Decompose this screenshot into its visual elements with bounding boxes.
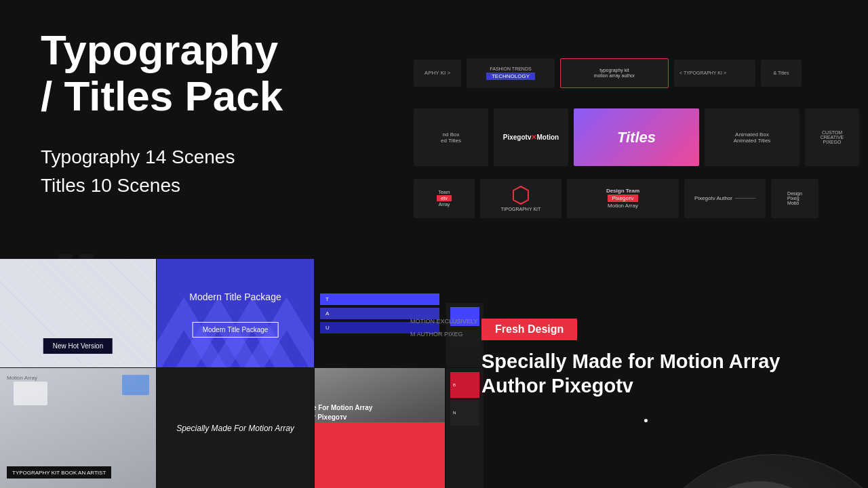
chevron-pattern-icon <box>157 259 314 367</box>
strip-cell-2-5: CUSTOMCREATIVEPIXEGO <box>805 108 859 166</box>
grid-cell-desktop-scene: TYPOGRAPHY KIT BOOK AN ARTIST Motion Arr… <box>0 368 156 488</box>
specially-made-label: Specially Made For Motion Array <box>176 422 294 434</box>
grid-cell-new-hot: New Hot Version <box>0 259 156 367</box>
typography-kit-label: TYPOGRAPHY KIT BOOK AN ARTIST <box>7 466 111 479</box>
headphone-icon <box>631 454 868 488</box>
svg-marker-0 <box>513 186 528 204</box>
strip-cell-1-2: FASHION TRENDS TECHNOLOGY <box>467 58 555 88</box>
preview-row-3: Team etv Array TIPOGRAPHY KIT Design Tea… <box>407 163 868 234</box>
modern-title-label: Modern Title Package <box>189 291 281 302</box>
strip-cell-1-4: < TYPOGRAPHY KI > <box>674 60 755 87</box>
page-title: Typography / Titles Pack <box>41 27 393 119</box>
strip-cell-3-5: DesignPixegMotio <box>771 179 818 218</box>
strip-cell-1-3: typography kit motion array author <box>560 58 669 88</box>
tagline: Specially Made for Motion Array Author P… <box>481 349 814 399</box>
strip-cell-3-1: Team etv Array <box>414 179 475 218</box>
strip-cell-2-4: Animated BoxAnimated Titles <box>705 108 800 166</box>
grid-cell-specially-made-red: Specially Made For Motion Array Author P… <box>315 368 445 488</box>
new-hot-version-label: New Hot Version <box>43 338 113 354</box>
strip-cell-2-2: Pixegotv✕Motion <box>494 108 568 166</box>
subtitle-line2: Titles 10 Scenes <box>41 175 393 197</box>
grid-cell-small-items: T A U <box>315 259 445 367</box>
preview-row-1: APHY KI > FASHION TRENDS TECHNOLOGY typo… <box>407 37 868 108</box>
strip-cell-3-3: Design Team Pixegoтv Motion Array <box>567 179 679 218</box>
preview-row-2: nd Boxed Titles Pixegotv✕Motion Titles A… <box>407 102 868 173</box>
paper-icon <box>14 382 47 405</box>
strip-cell-1-1: APHY KI > <box>414 60 461 87</box>
subtitle-line1: Typography 14 Scenes <box>41 146 393 168</box>
small-item-t: T <box>320 293 439 305</box>
strip-cell-2-1: nd Boxed Titles <box>414 108 488 166</box>
strip-cell-1-5: & Titles <box>761 60 802 87</box>
preview-strip: APHY KI > FASHION TRENDS TECHNOLOGY typo… <box>407 37 868 261</box>
hexagon-icon <box>511 185 531 205</box>
tablet-icon <box>122 375 149 395</box>
modern-title-outlined: Modern Title Package <box>193 322 279 338</box>
fresh-design-badge: Fresh Design <box>481 319 577 340</box>
strip-cell-3-2: TIPOGRAPHY KIT <box>480 179 561 218</box>
dot-indicator <box>644 419 648 422</box>
strip-cell-3-4: Pixegotv Author <box>684 179 766 218</box>
strip-cell-2-3-gradient: Titles <box>574 108 699 166</box>
specially-made-red-label: Specially Made For Motion Array Author P… <box>315 403 382 453</box>
right-bottom-section: Fresh Design Specially Made for Motion A… <box>468 251 868 488</box>
grid-cell-specially-made: Specially Made For Motion Array <box>157 368 314 488</box>
bottom-grid: New Hot Version Modern Title Package Mod… <box>0 259 444 488</box>
grid-cell-modern-title: Modern Title Package Modern Title Packag… <box>157 259 314 367</box>
hero-section: Typography / Titles Pack Typography 14 S… <box>41 27 393 203</box>
